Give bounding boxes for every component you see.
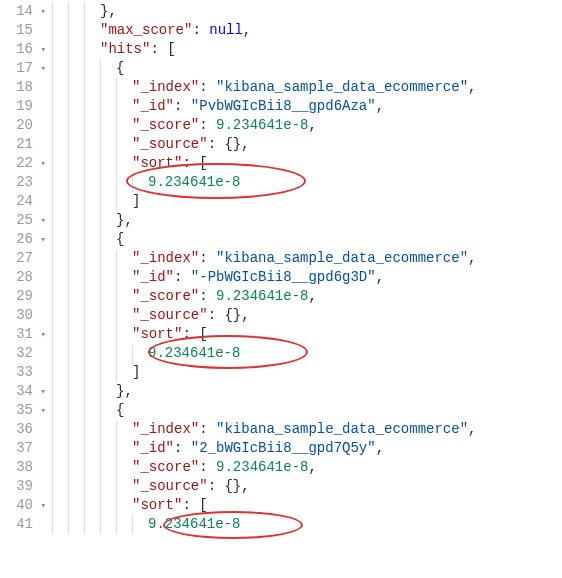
code-line[interactable]: {	[52, 230, 562, 249]
code-line[interactable]: {	[52, 59, 562, 78]
line-number: 41	[16, 515, 35, 534]
line-number: 36	[16, 420, 35, 439]
line-number: 16	[16, 40, 35, 59]
fold-toggle-icon[interactable]: ▾	[36, 387, 46, 397]
fold-toggle-icon[interactable]: ▾	[36, 330, 46, 340]
code-line[interactable]: "_score": 9.234641e-8,	[52, 116, 562, 135]
fold-toggle-icon[interactable]: ▾	[36, 64, 46, 74]
gutter-line[interactable]: 26▾	[0, 230, 48, 249]
code-line[interactable]: "_index": "kibana_sample_data_ecommerce"…	[52, 420, 562, 439]
fold-toggle-icon[interactable]: ▾	[36, 501, 46, 511]
line-number: 28	[16, 268, 35, 287]
gutter-line[interactable]: 25▾	[0, 211, 48, 230]
code-line[interactable]: },	[52, 211, 562, 230]
code-line[interactable]: "sort": [	[52, 154, 562, 173]
line-number: 21	[16, 135, 35, 154]
fold-toggle-icon	[36, 482, 46, 492]
code-line[interactable]: 9.234641e-8	[52, 515, 562, 534]
fold-toggle-icon	[36, 197, 46, 207]
code-line[interactable]: 9.234641e-8	[52, 173, 562, 192]
fold-toggle-icon[interactable]: ▾	[36, 216, 46, 226]
fold-toggle-icon[interactable]: ▾	[36, 7, 46, 17]
fold-toggle-icon[interactable]: ▾	[36, 406, 46, 416]
fold-toggle-icon	[36, 102, 46, 112]
gutter-line[interactable]: 33	[0, 363, 48, 382]
gutter-line[interactable]: 14▾	[0, 2, 48, 21]
code-line[interactable]: },	[52, 382, 562, 401]
line-number: 39	[16, 477, 35, 496]
gutter-line[interactable]: 19	[0, 97, 48, 116]
code-line[interactable]: "hits": [	[52, 40, 562, 59]
code-line[interactable]: "max_score": null,	[52, 21, 562, 40]
code-line[interactable]: "_id": "-PbWGIcBii8__gpd6g3D",	[52, 268, 562, 287]
code-editor-content[interactable]: }, "max_score": null, "hits": [ { "_inde…	[48, 0, 562, 578]
code-line[interactable]: "_source": {},	[52, 477, 562, 496]
gutter-line[interactable]: 18	[0, 78, 48, 97]
gutter-line[interactable]: 41	[0, 515, 48, 534]
sort-value: 9.234641e-8	[148, 345, 240, 361]
line-number: 31	[16, 325, 35, 344]
fold-toggle-icon	[36, 311, 46, 321]
gutter-line[interactable]: 24	[0, 192, 48, 211]
line-number: 15	[16, 21, 35, 40]
gutter-line[interactable]: 30	[0, 306, 48, 325]
fold-toggle-icon	[36, 140, 46, 150]
line-number: 35	[16, 401, 35, 420]
gutter-line[interactable]: 38	[0, 458, 48, 477]
gutter-line[interactable]: 35▾	[0, 401, 48, 420]
line-number: 38	[16, 458, 35, 477]
fold-toggle-icon[interactable]: ▾	[36, 159, 46, 169]
sort-value: 9.234641e-8	[148, 516, 240, 532]
line-number: 34	[16, 382, 35, 401]
gutter-line[interactable]: 29	[0, 287, 48, 306]
gutter-line[interactable]: 37	[0, 439, 48, 458]
gutter-line[interactable]: 34▾	[0, 382, 48, 401]
code-line[interactable]: ]	[52, 192, 562, 211]
code-line[interactable]: "_source": {},	[52, 135, 562, 154]
gutter-line[interactable]: 28	[0, 268, 48, 287]
gutter-line[interactable]: 21	[0, 135, 48, 154]
gutter-line[interactable]: 17▾	[0, 59, 48, 78]
fold-toggle-icon	[36, 26, 46, 36]
line-number: 23	[16, 173, 35, 192]
gutter-line[interactable]: 36	[0, 420, 48, 439]
gutter-line[interactable]: 31▾	[0, 325, 48, 344]
code-line[interactable]: "_id": "2_bWGIcBii8__gpd7Q5y",	[52, 439, 562, 458]
fold-toggle-icon	[36, 444, 46, 454]
gutter-line[interactable]: 40▾	[0, 496, 48, 515]
code-line[interactable]: "_index": "kibana_sample_data_ecommerce"…	[52, 249, 562, 268]
code-line[interactable]: {	[52, 401, 562, 420]
fold-toggle-icon	[36, 178, 46, 188]
code-line[interactable]: "sort": [	[52, 325, 562, 344]
code-line[interactable]: "_index": "kibana_sample_data_ecommerce"…	[52, 78, 562, 97]
gutter-line[interactable]: 15	[0, 21, 48, 40]
line-number: 19	[16, 97, 35, 116]
line-number: 22	[16, 154, 35, 173]
gutter-line[interactable]: 23	[0, 173, 48, 192]
code-line[interactable]: 9.234641e-8	[52, 344, 562, 363]
gutter-line[interactable]: 20	[0, 116, 48, 135]
code-line[interactable]: ]	[52, 363, 562, 382]
code-line[interactable]: "_id": "PvbWGIcBii8__gpd6Aza",	[52, 97, 562, 116]
line-number: 29	[16, 287, 35, 306]
code-line[interactable]: "_source": {},	[52, 306, 562, 325]
fold-toggle-icon	[36, 273, 46, 283]
line-number: 30	[16, 306, 35, 325]
line-number: 33	[16, 363, 35, 382]
line-number: 40	[16, 496, 35, 515]
line-number: 27	[16, 249, 35, 268]
fold-toggle-icon[interactable]: ▾	[36, 45, 46, 55]
gutter-line[interactable]: 22▾	[0, 154, 48, 173]
code-line[interactable]: },	[52, 2, 562, 21]
gutter-line[interactable]: 16▾	[0, 40, 48, 59]
gutter-line[interactable]: 39	[0, 477, 48, 496]
fold-toggle-icon	[36, 121, 46, 131]
fold-toggle-icon	[36, 349, 46, 359]
line-number: 32	[16, 344, 35, 363]
code-line[interactable]: "_score": 9.234641e-8,	[52, 287, 562, 306]
gutter-line[interactable]: 32	[0, 344, 48, 363]
gutter-line[interactable]: 27	[0, 249, 48, 268]
fold-toggle-icon[interactable]: ▾	[36, 235, 46, 245]
code-line[interactable]: "sort": [	[52, 496, 562, 515]
code-line[interactable]: "_score": 9.234641e-8,	[52, 458, 562, 477]
